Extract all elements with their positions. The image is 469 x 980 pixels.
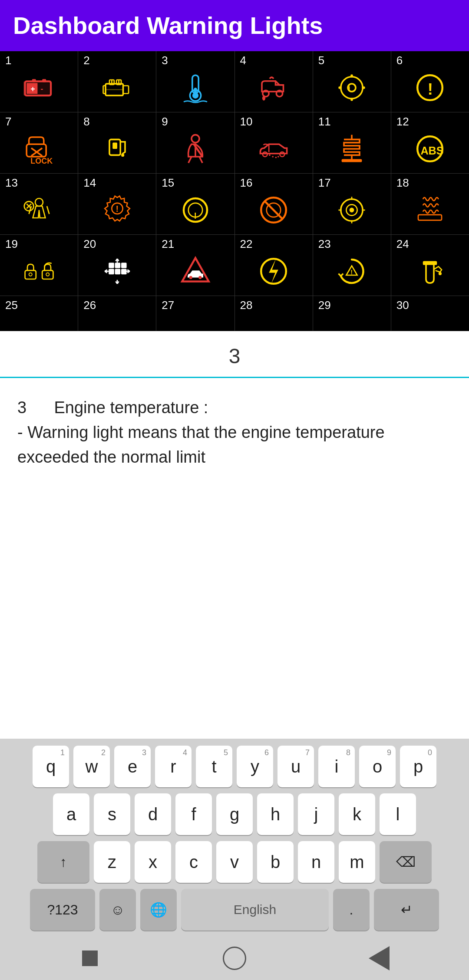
key-c[interactable]: c (175, 841, 212, 883)
period-key[interactable]: . (333, 889, 370, 931)
key-i[interactable]: 8 i (318, 746, 355, 787)
space-key[interactable]: English (181, 889, 329, 931)
key-v[interactable]: v (216, 841, 253, 883)
key-x[interactable]: x (135, 841, 171, 883)
cell-13[interactable]: 13 (0, 174, 78, 234)
cell-15[interactable]: 15 ! (156, 174, 234, 234)
key-y[interactable]: 6 y (237, 746, 273, 787)
cell-9[interactable]: 9 (156, 112, 234, 173)
svg-rect-83 (115, 263, 120, 268)
key-d[interactable]: d (135, 793, 171, 835)
cell-23[interactable]: 23 ! (313, 235, 391, 296)
cell-10[interactable]: 10 (235, 112, 313, 173)
icon-grid: 1 + - 2 (0, 51, 469, 331)
key-t[interactable]: 5 t (196, 746, 232, 787)
cell-11[interactable]: 11 (313, 112, 391, 173)
svg-text:!: ! (351, 269, 353, 276)
svg-rect-31 (362, 86, 365, 89)
key-z[interactable]: z (94, 841, 130, 883)
cell-3[interactable]: 3 (156, 51, 234, 112)
key-b[interactable]: b (257, 841, 294, 883)
key-e[interactable]: 3 e (114, 746, 151, 787)
svg-point-48 (272, 156, 274, 158)
cell-22[interactable]: 22 (235, 235, 313, 296)
cell-21[interactable]: 21 (156, 235, 234, 296)
svg-point-81 (46, 273, 49, 276)
nav-recents-button[interactable] (75, 943, 105, 973)
key-h[interactable]: h (257, 793, 294, 835)
keyboard-row-1: 1 q 2 w 3 e 4 r 5 t 6 y 7 u 8 i (0, 746, 469, 787)
cell-17[interactable]: 17 (313, 174, 391, 234)
cell-14[interactable]: 14 ! (78, 174, 156, 234)
search-area[interactable]: 3 (0, 331, 469, 378)
svg-point-93 (439, 272, 442, 275)
globe-key[interactable]: 🌐 (140, 889, 177, 931)
backspace-key[interactable]: ⌫ (380, 841, 432, 883)
svg-line-43 (188, 157, 192, 163)
enter-icon: ↵ (401, 901, 413, 918)
nav-home-button[interactable] (219, 943, 250, 973)
cell-25: 25 (0, 296, 78, 331)
svg-rect-7 (23, 81, 25, 95)
svg-point-47 (269, 154, 271, 156)
svg-rect-29 (351, 98, 353, 101)
svg-text:LOCK: LOCK (30, 157, 53, 164)
info-title: Engine temperature : (54, 398, 208, 417)
emoji-key[interactable]: ☺ (99, 889, 136, 931)
info-description: - Warning light means that the engine te… (17, 423, 385, 466)
svg-text:ABS: ABS (421, 144, 444, 156)
cell-1[interactable]: 1 + - (0, 51, 78, 112)
key-o[interactable]: 9 o (359, 746, 396, 787)
svg-line-58 (47, 206, 49, 214)
cell-5[interactable]: 5 i (313, 51, 391, 112)
cell-8[interactable]: 8 (78, 112, 156, 173)
svg-text:!: ! (116, 204, 119, 213)
svg-rect-87 (121, 269, 127, 274)
cell-7[interactable]: 7 LOCK (0, 112, 78, 173)
enter-key[interactable]: ↵ (374, 889, 439, 931)
svg-point-79 (29, 273, 32, 276)
key-f[interactable]: f (175, 793, 212, 835)
svg-point-46 (280, 152, 284, 157)
nav-bar (0, 937, 469, 980)
key-g[interactable]: g (216, 793, 253, 835)
svg-rect-5 (32, 79, 36, 82)
svg-point-88 (189, 276, 192, 279)
cell-2[interactable]: 2 (78, 51, 156, 112)
search-input[interactable]: 3 (9, 344, 460, 372)
key-r[interactable]: 4 r (155, 746, 192, 787)
grid-row-1: 1 + - 2 (0, 51, 469, 112)
space-label: English (234, 902, 276, 917)
grid-row-4: 19 20 (0, 235, 469, 296)
key-s[interactable]: s (94, 793, 130, 835)
svg-rect-39 (112, 142, 117, 148)
nav-back-button[interactable] (364, 943, 394, 973)
key-a[interactable]: a (53, 793, 89, 835)
key-q[interactable]: 1 q (33, 746, 69, 787)
key-w[interactable]: 2 w (73, 746, 110, 787)
key-m[interactable]: m (339, 841, 375, 883)
cell-4[interactable]: 4 (235, 51, 313, 112)
cell-19[interactable]: 19 (0, 235, 78, 296)
svg-rect-28 (351, 74, 353, 77)
cell-24[interactable]: 24 (391, 235, 469, 296)
cell-20[interactable]: 20 (78, 235, 156, 296)
svg-point-72 (350, 207, 354, 212)
shift-key[interactable]: ↑ (37, 841, 89, 883)
key-k[interactable]: k (339, 793, 375, 835)
info-area: 3 Engine temperature : - Warning light m… (0, 378, 469, 508)
key-j[interactable]: j (298, 793, 334, 835)
key-u[interactable]: 7 u (277, 746, 314, 787)
key-l[interactable]: l (380, 793, 416, 835)
grid-row-partial: 25 26 27 28 29 30 (0, 296, 469, 331)
grid-row-2: 7 LOCK 8 (0, 112, 469, 174)
cell-12[interactable]: 12 ABS (391, 112, 469, 173)
num-switch-key[interactable]: ?123 (30, 889, 95, 931)
svg-rect-77 (418, 214, 442, 220)
key-n[interactable]: n (298, 841, 334, 883)
cell-18[interactable]: 18 (391, 174, 469, 234)
cell-6[interactable]: 6 ! (391, 51, 469, 112)
keyboard-row-3: ↑ z x c v b n m ⌫ (0, 841, 469, 883)
key-p[interactable]: 0 p (400, 746, 436, 787)
cell-16[interactable]: 16 (235, 174, 313, 234)
